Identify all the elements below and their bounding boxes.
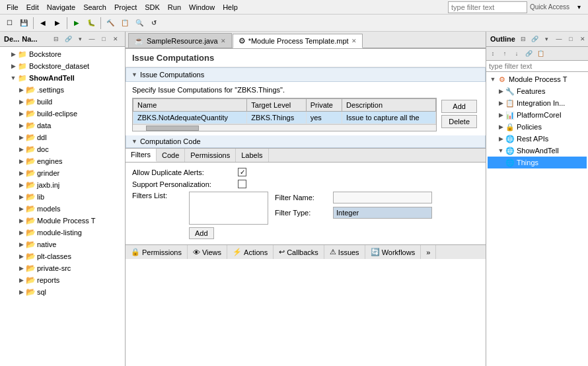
- status-tab-extra[interactable]: »: [421, 245, 436, 260]
- tree-item-module-process[interactable]: ▶ 📂 Module Process T: [0, 215, 125, 227]
- outline-toolbar-btn3[interactable]: ↓: [511, 48, 522, 59]
- forward-btn[interactable]: ▶: [51, 17, 64, 30]
- panel-min-btn[interactable]: —: [87, 34, 97, 44]
- tree-item-grinder[interactable]: ▶ 📂 grinder: [0, 167, 125, 179]
- tree-item-showandtell[interactable]: ▼ 📁 ShowAndTell: [0, 72, 125, 84]
- tab-labels[interactable]: Labels: [236, 149, 268, 162]
- outline-item-things[interactable]: 🌐 Things: [488, 157, 587, 168]
- outline-filter-input[interactable]: [486, 61, 588, 72]
- tree-item-reports[interactable]: ▶ 📂 reports: [0, 274, 125, 286]
- menu-project[interactable]: Project: [110, 2, 141, 13]
- h-scrollbar-thumb[interactable]: [146, 126, 199, 131]
- status-tab-views[interactable]: 👁 Views: [188, 245, 227, 260]
- outline-item-integration[interactable]: ▶ 📋 Integration In...: [488, 97, 587, 109]
- filters-list-box[interactable]: [189, 192, 268, 225]
- outline-min-btn[interactable]: —: [554, 34, 564, 44]
- issue-computations-header[interactable]: ▼ Issue Computations: [126, 67, 486, 82]
- menu-help[interactable]: Help: [219, 2, 242, 13]
- status-tab-issues[interactable]: ⚠ Issues: [324, 245, 365, 260]
- toggle[interactable]: ▶: [17, 146, 25, 153]
- toggle[interactable]: ▶: [497, 100, 505, 106]
- toggle[interactable]: ▶: [9, 51, 17, 57]
- toolbar-btn5[interactable]: 🔍: [133, 17, 146, 30]
- collapse-all-btn[interactable]: ⊟: [51, 34, 61, 44]
- menu-edit[interactable]: Edit: [22, 2, 43, 13]
- menu-run[interactable]: Run: [164, 2, 185, 13]
- toggle[interactable]: ▶: [17, 87, 25, 93]
- filter-name-input[interactable]: [333, 192, 432, 203]
- menu-window[interactable]: Window: [185, 2, 219, 13]
- toggle[interactable]: ▶: [17, 98, 25, 105]
- toggle-expanded[interactable]: ▼: [9, 75, 17, 81]
- tree-item-bockstore-dataset[interactable]: ▶ 📁 Bockstore_dataset: [0, 60, 125, 72]
- link-btn[interactable]: 🔗: [63, 34, 73, 44]
- toggle[interactable]: ▶: [17, 253, 25, 260]
- outline-collapse-btn[interactable]: ⊟: [518, 34, 529, 44]
- tree-item-settings[interactable]: ▶ 📂 .settings: [0, 84, 125, 96]
- toolbar-btn4[interactable]: 📋: [118, 17, 131, 30]
- toggle[interactable]: ▶: [497, 112, 505, 118]
- tree-item-ddl[interactable]: ▶ 📂 ddl: [0, 131, 125, 143]
- toggle[interactable]: ▶: [17, 122, 25, 129]
- status-tab-permissions[interactable]: 🔒 Permissions: [126, 245, 188, 260]
- menu-sdk[interactable]: SDK: [141, 2, 164, 13]
- panel-menu-btn[interactable]: ▾: [75, 34, 85, 44]
- tree-item-build-eclipse[interactable]: ▶ 📂 build-eclipse: [0, 108, 125, 120]
- filters-add-btn[interactable]: Add: [189, 227, 214, 239]
- toggle[interactable]: ▶: [17, 289, 25, 295]
- toggle[interactable]: ▶: [497, 135, 505, 142]
- toggle-expanded[interactable]: ▼: [497, 147, 505, 154]
- toggle[interactable]: ▶: [17, 229, 25, 236]
- outline-toolbar-btn5[interactable]: 📋: [535, 48, 546, 59]
- toolbar-btn6[interactable]: ↺: [147, 17, 161, 30]
- tree-item-jaxb[interactable]: ▶ 📂 jaxb.inj: [0, 179, 125, 191]
- outline-close-btn[interactable]: ✕: [577, 34, 588, 44]
- toggle[interactable]: ▶: [17, 158, 25, 165]
- outline-menu-btn[interactable]: ▾: [542, 34, 552, 44]
- toggle[interactable]: ▶: [17, 265, 25, 272]
- table-row[interactable]: ZBKS.NotAdequateQuantity ZBKS.Things yes…: [133, 112, 436, 124]
- add-row-btn[interactable]: Add: [441, 100, 477, 113]
- outline-item-restapis[interactable]: ▶ 🌐 Rest APIs: [488, 133, 587, 145]
- toggle[interactable]: ▶: [17, 205, 25, 212]
- menu-navigate[interactable]: Navigate: [43, 2, 79, 13]
- toggle[interactable]: ▶: [9, 63, 17, 69]
- tree-item-build[interactable]: ▶ 📂 build: [0, 96, 125, 108]
- outline-item-platform[interactable]: ▶ 📊 PlatformCoreI: [488, 109, 587, 121]
- outline-item-showandtell[interactable]: ▼ 🌐 ShowAndTell: [488, 145, 587, 157]
- tree-item-sql[interactable]: ▶ 📂 sql: [0, 286, 125, 298]
- outline-link-btn[interactable]: 🔗: [530, 34, 540, 44]
- tab-filters[interactable]: Filters: [126, 149, 157, 162]
- status-tab-callbacks[interactable]: ↩ Callbacks: [274, 245, 324, 260]
- toggle[interactable]: ▶: [17, 134, 25, 141]
- outline-item-policies[interactable]: ▶ 🔒 Policies: [488, 121, 587, 133]
- toggle[interactable]: ▶: [17, 241, 25, 248]
- toggle[interactable]: ▶: [17, 277, 25, 283]
- outline-toolbar-btn2[interactable]: ↑: [499, 48, 510, 59]
- tree-item-lib[interactable]: ▶ 📂 lib: [0, 191, 125, 203]
- tree-item-engines[interactable]: ▶ 📂 engines: [0, 155, 125, 167]
- status-tab-workflows[interactable]: 🔄 Workflows: [365, 245, 422, 260]
- tree-item-bockstore[interactable]: ▶ 📁 Bockstore: [0, 48, 125, 60]
- tree-item-module-listing[interactable]: ▶ 📂 module-listing: [0, 227, 125, 238]
- tab-sample-resource[interactable]: ☕ SampleResource.java ✕: [128, 33, 232, 48]
- tree-item-models[interactable]: ▶ 📂 models: [0, 203, 125, 215]
- toggle[interactable]: ▶: [497, 88, 505, 94]
- allow-duplicate-checkbox[interactable]: [238, 168, 246, 176]
- quick-access-input[interactable]: [448, 1, 527, 13]
- tab-permissions[interactable]: Permissions: [185, 149, 236, 162]
- outline-toolbar-btn1[interactable]: ↕: [488, 48, 498, 59]
- panel-max-btn[interactable]: □: [98, 34, 109, 44]
- comp-code-header[interactable]: ▼ Computation Code: [126, 135, 486, 148]
- toggle[interactable]: ▶: [17, 217, 25, 224]
- menu-search[interactable]: Search: [79, 2, 110, 13]
- tree-item-private-src[interactable]: ▶ 📂 private-src: [0, 262, 125, 274]
- table-scroll[interactable]: Name Target Level Private Description ZB…: [133, 98, 436, 124]
- toggle[interactable]: ▶: [17, 182, 25, 188]
- debug-btn[interactable]: 🐛: [85, 17, 98, 30]
- h-scrollbar[interactable]: [133, 124, 436, 131]
- tree-item-doc[interactable]: ▶ 📂 doc: [0, 143, 125, 155]
- outline-item-root[interactable]: ▼ ⚙ Module Process T: [488, 73, 587, 85]
- tab-module-process[interactable]: ⚙ *Module Process Template.mpt ✕: [233, 34, 363, 48]
- new-btn[interactable]: ☐: [3, 17, 16, 30]
